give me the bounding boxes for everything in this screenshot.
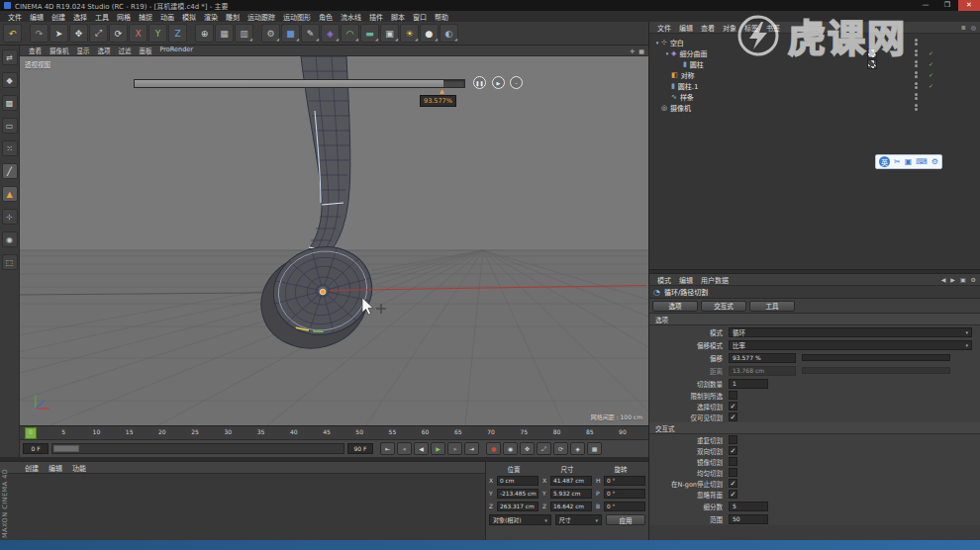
menu-item[interactable]: 脚本 (387, 12, 409, 22)
material-menu-item[interactable]: 编辑 (44, 463, 67, 473)
mode-icon[interactable]: ◆ (2, 72, 18, 88)
offset-slider[interactable] (802, 354, 950, 361)
numeric-field[interactable]: 50 (729, 514, 768, 524)
record-button[interactable]: ● (486, 442, 501, 455)
attribute-tab[interactable]: 交互式 (701, 301, 746, 312)
size-y-field[interactable]: 5.932 cm (550, 489, 592, 499)
viewport-menu-item[interactable]: ProRender (156, 46, 197, 55)
object-manager-menu-item[interactable]: 标签 (740, 23, 762, 33)
visibility-dots[interactable] (915, 60, 918, 67)
end-frame-field[interactable]: 90 F (347, 443, 373, 454)
menu-item[interactable]: 运动跟踪 (244, 12, 279, 22)
object-row[interactable]: ◧ 对称 ✓ (649, 69, 980, 80)
material-menu-item[interactable]: 创建 (20, 463, 44, 473)
position-y-field[interactable]: -213.485 cm (497, 489, 539, 499)
attribute-menu-item[interactable]: 模式 (653, 275, 675, 285)
size-mode-dropdown[interactable]: 尺寸▾ (555, 514, 602, 525)
menu-item[interactable]: 模拟 (178, 12, 200, 22)
attribute-menu-item[interactable]: 用户数据 (697, 275, 733, 285)
toolbar-icon[interactable]: ◠ ◢ (341, 24, 359, 43)
visibility-dots[interactable] (915, 93, 918, 100)
option-checkbox[interactable]: ✓ (729, 412, 737, 421)
viewport-menu-item[interactable]: 过滤 (115, 46, 136, 55)
toolbar-icon[interactable]: ■ ◢ (281, 24, 300, 43)
rotation-h-field[interactable]: 0 ° (604, 476, 645, 486)
ime-icon[interactable]: ▣ (905, 157, 913, 166)
maximize-button[interactable]: ❐ (936, 0, 958, 11)
mode-icon[interactable]: ⇄ (2, 49, 18, 65)
size-x-field[interactable]: 41.487 cm (550, 476, 592, 486)
mode-icon[interactable]: ◉ (2, 231, 18, 247)
toolbar-icon[interactable]: ⟳ (109, 24, 128, 43)
record-button[interactable]: ◈ (570, 442, 585, 455)
hud-play-button[interactable]: ▶ (492, 76, 505, 89)
visibility-dots[interactable] (915, 82, 918, 89)
interactive-checkbox[interactable]: ✓ (729, 446, 737, 455)
object-manager-menu-item[interactable]: 对象 (719, 23, 740, 33)
cuts-field[interactable]: 1 (729, 379, 768, 389)
record-button[interactable]: ⤢ (537, 442, 551, 455)
toolbar-icon[interactable]: ✎ ◢ (301, 24, 320, 43)
toolbar-icon[interactable]: ⤢ (89, 24, 108, 43)
record-button[interactable]: ⟳ (553, 442, 568, 455)
transport-button[interactable]: ⇥ (464, 442, 479, 455)
close-button[interactable]: ✕ (958, 0, 980, 11)
material-menu-item[interactable]: 功能 (67, 463, 91, 473)
object-row[interactable]: ◎ 摄像机 (649, 102, 980, 113)
object-name[interactable]: 圆柱 (690, 59, 704, 69)
minimize-button[interactable]: — (915, 0, 936, 11)
menu-item[interactable]: 创建 (48, 12, 69, 22)
panel-icon[interactable]: ▶ (950, 276, 955, 283)
record-button[interactable]: ▦ (587, 442, 602, 455)
attribute-tab[interactable]: 选项 (652, 301, 698, 312)
texture-tag-icon[interactable] (867, 59, 877, 69)
menu-item[interactable]: 运动图形 (279, 12, 315, 22)
menu-item[interactable]: 网格 (113, 12, 135, 22)
menu-item[interactable]: 角色 (315, 12, 337, 22)
position-x-field[interactable]: 0 cm (497, 476, 539, 486)
viewport-menu-item[interactable]: 摄像机 (46, 46, 73, 55)
toolbar-icon[interactable]: Z (168, 24, 187, 43)
interactive-checkbox[interactable] (729, 457, 737, 466)
viewport-corner-icon[interactable]: ▦ (638, 47, 644, 54)
perspective-viewport[interactable]: 透视视图 ▲ 93.577% ❚❚ ▶ – 网格间距 : 100 cm (20, 56, 648, 425)
menu-item[interactable]: 窗口 (409, 12, 431, 22)
interactive-checkbox[interactable] (729, 435, 737, 444)
viewport-menu-item[interactable]: 选项 (94, 46, 115, 55)
object-name[interactable]: 对称 (681, 70, 695, 80)
toolbar-icon[interactable]: ▣ ◢ (380, 24, 399, 43)
menu-item[interactable]: 流水线 (337, 12, 365, 22)
menu-item[interactable]: 雕刻 (222, 12, 244, 22)
offset-field[interactable]: 93.577 % (729, 353, 796, 363)
visibility-dots[interactable] (915, 49, 918, 56)
menu-item[interactable]: 工具 (91, 12, 113, 22)
toolbar-icon[interactable]: ▥ ◢ (235, 24, 253, 43)
menu-item[interactable]: 捕捉 (135, 12, 156, 22)
apply-button[interactable]: 应用 (606, 514, 645, 525)
position-z-field[interactable]: 263.317 cm (497, 502, 539, 511)
object-manager-menu-item[interactable]: 编辑 (675, 23, 697, 33)
interactive-checkbox[interactable] (729, 468, 737, 477)
coordinate-mode-dropdown[interactable]: 对象(相对)▾ (489, 514, 551, 525)
toolbar-icon[interactable]: ✥ (69, 24, 88, 43)
option-checkbox[interactable]: ✓ (729, 402, 737, 411)
texture-tag-icon[interactable] (867, 48, 877, 58)
mode-icon[interactable]: ▲ (2, 186, 18, 202)
viewport-menu-item[interactable]: 面板 (136, 46, 156, 55)
mode-icon[interactable]: ⊹ (2, 209, 18, 225)
viewport-corner-icon[interactable]: ✛ (630, 47, 635, 54)
toolbar-icon[interactable]: ▬ ◢ (360, 24, 379, 43)
toolbar-icon[interactable]: ● ◢ (420, 24, 439, 43)
visibility-dots[interactable] (915, 39, 918, 46)
option-checkbox[interactable] (729, 391, 737, 400)
mode-icon[interactable]: ╱ (2, 163, 18, 179)
viewport-menu-item[interactable]: 显示 (73, 46, 94, 55)
mode-icon[interactable]: ▩ (2, 95, 18, 111)
hud-slider-marker-icon[interactable]: ▲ (440, 87, 444, 94)
viewport-menu-item[interactable]: 查看 (25, 46, 46, 55)
toolbar-icon[interactable]: ◈ ◢ (321, 24, 340, 43)
enabled-check-icon[interactable]: ✓ (929, 71, 933, 78)
ime-icon[interactable]: ⚙ (931, 157, 938, 166)
timeline-ruler[interactable]: 051015202530354045505560657075808590 (20, 425, 648, 439)
input-method-bar[interactable]: 英 ✂▣⌨⚙ (875, 154, 942, 169)
